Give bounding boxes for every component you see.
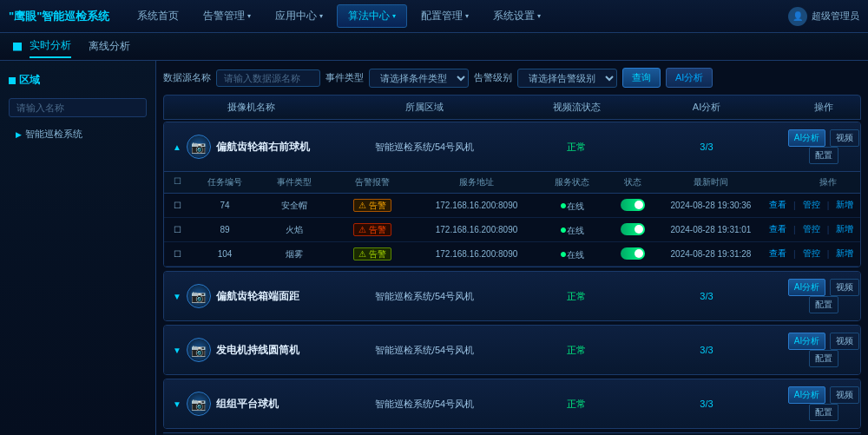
ai-analysis-button[interactable]: AI分析	[666, 68, 713, 88]
sub-event-104: 烟雾	[260, 248, 329, 260]
filter-bar: 数据源名称 事件类型 请选择条件类型 告警级别 请选择告警级别 查询 AI分析	[163, 68, 861, 88]
sub-actions-74: 查看 | 管控 | 新增 | 删除	[763, 198, 861, 213]
add-btn-104[interactable]: 新增	[833, 247, 856, 261]
sub-check-89[interactable]: ☐	[164, 225, 190, 234]
video-btn-4[interactable]: 视频	[830, 386, 859, 404]
query-button[interactable]: 查询	[622, 68, 661, 88]
top-nav: "鹰眼"智能巡检系统 系统首页 告警管理 ▾ 应用中心 ▾ 算法中心 ▾ 配置管…	[0, 0, 868, 33]
source-label: 数据源名称	[163, 71, 211, 84]
config-btn-3[interactable]: 配置	[809, 350, 838, 367]
device-score-2: 3/3	[641, 291, 772, 301]
section-icon	[9, 77, 16, 84]
device-group-3: ▼ 📷 发电机持线圆筒机 智能巡检系统/54号风机 正常 3/3 AI分析 视频…	[163, 325, 861, 375]
control-btn-104[interactable]: 管控	[800, 247, 823, 261]
nav-alert[interactable]: 告警管理 ▾	[193, 5, 261, 27]
sub-th-status: 状态	[607, 176, 659, 188]
nav-app[interactable]: 应用中心 ▾	[265, 5, 333, 27]
ai-btn-3[interactable]: AI分析	[788, 333, 825, 350]
sub-svc-104: ●在线	[537, 247, 607, 261]
config-btn-2[interactable]: 配置	[809, 296, 838, 313]
device-row-2[interactable]: ▼ 📷 偏航齿轮箱端面距 智能巡检系统/54号风机 正常 3/3 AI分析 视频…	[164, 272, 860, 320]
device-row-3[interactable]: ▼ 📷 发电机持线圆筒机 智能巡检系统/54号风机 正常 3/3 AI分析 视频…	[164, 326, 860, 374]
nav-config[interactable]: 配置管理 ▾	[411, 5, 479, 27]
sidebar-section-header: 区域	[9, 69, 147, 91]
config-btn-4[interactable]: 配置	[809, 404, 838, 421]
device-group-4: ▼ 📷 组组平台球机 智能巡检系统/54号风机 正常 3/3 AI分析 视频 配…	[163, 379, 861, 429]
sub-addr-74: 172.168.16.200:8090	[416, 201, 537, 210]
toggle-104[interactable]	[621, 247, 645, 260]
view-btn-74[interactable]: 查看	[766, 198, 789, 213]
camera-icon-1: 📷	[187, 135, 211, 159]
video-btn-1[interactable]: 视频	[830, 129, 859, 147]
sub-time-74: 2024-08-28 19:30:36	[659, 201, 763, 210]
alert-badge-104: ⚠ 告警	[353, 247, 391, 260]
sub-check-104[interactable]: ☐	[164, 249, 190, 259]
sidebar: 区域 ▶ 智能巡检系统	[0, 61, 156, 435]
device-name-4: 组组平台球机	[216, 397, 279, 412]
toggle-74[interactable]	[621, 199, 645, 211]
config-btn-1[interactable]: 配置	[809, 147, 838, 164]
device-status-4: 正常	[511, 398, 641, 411]
chevron-down-icon: ▾	[392, 12, 396, 20]
sub-toggle-104[interactable]	[607, 247, 659, 261]
view-btn-104[interactable]: 查看	[766, 247, 789, 261]
expand-icon-4: ▼	[173, 399, 181, 409]
sub-svc-74: ●在线	[537, 198, 607, 213]
sidebar-section-region: 区域	[9, 69, 147, 91]
alert-badge-74: ⚠ 告警	[353, 199, 391, 212]
device-region-4: 智能巡检系统/54号风机	[338, 398, 511, 411]
sub-nav-realtime[interactable]: 实时分析	[30, 35, 71, 58]
ai-btn-2[interactable]: AI分析	[788, 279, 825, 296]
device-status-2: 正常	[511, 290, 641, 303]
device-status-3: 正常	[511, 344, 641, 357]
ai-btn-1[interactable]: AI分析	[788, 129, 825, 147]
th-region: 所属区域	[338, 101, 511, 114]
th-camera-name: 摄像机名称	[164, 101, 338, 114]
username: 超级管理员	[812, 10, 859, 23]
video-btn-3[interactable]: 视频	[830, 333, 859, 350]
add-btn-74[interactable]: 新增	[833, 198, 856, 213]
sub-check-74[interactable]: ☐	[164, 201, 190, 210]
sub-svc-89: ●在线	[537, 222, 607, 237]
device-score-3: 3/3	[641, 345, 772, 355]
sub-taskid-104: 104	[190, 249, 260, 259]
sidebar-tree-item-system[interactable]: ▶ 智能巡检系统	[9, 124, 147, 144]
add-btn-89[interactable]: 新增	[833, 222, 856, 237]
source-input[interactable]	[216, 69, 320, 87]
sub-toggle-89[interactable]	[607, 223, 659, 237]
sub-actions-104: 查看 | 管控 | 新增 | 删除	[763, 247, 861, 261]
device-region-3: 智能巡检系统/54号风机	[338, 344, 511, 357]
sub-nav-icon	[13, 43, 22, 51]
device-actions-2: AI分析 视频 配置	[772, 279, 861, 313]
sub-alert-74: ⚠ 告警	[329, 200, 416, 212]
event-type-select[interactable]: 请选择条件类型	[369, 69, 469, 88]
nav-items: 系统首页 告警管理 ▾ 应用中心 ▾ 算法中心 ▾ 配置管理 ▾ 系统设置 ▾	[127, 4, 788, 28]
ai-btn-4[interactable]: AI分析	[788, 386, 825, 404]
device-name-cell-3: ▼ 📷 发电机持线圆筒机	[164, 338, 338, 362]
sub-nav: 实时分析 离线分析	[0, 33, 868, 61]
nav-settings[interactable]: 系统设置 ▾	[483, 5, 551, 27]
control-btn-89[interactable]: 管控	[800, 222, 823, 237]
camera-icon-3: 📷	[187, 338, 211, 362]
th-actions: 操作	[772, 101, 868, 114]
sub-toggle-74[interactable]	[607, 199, 659, 213]
device-row-1[interactable]: ▲ 📷 偏航齿轮箱右前球机 智能巡检系统/54号风机 正常 3/3 AI分析 视…	[164, 122, 860, 172]
video-btn-2[interactable]: 视频	[830, 279, 859, 296]
chevron-down-icon: ▾	[247, 12, 251, 20]
sub-table-header: ☐ 任务编号 事件类型 告警报警 服务地址 服务状态 状态 最新时间 操作	[164, 172, 860, 194]
nav-home[interactable]: 系统首页	[127, 5, 189, 27]
control-btn-74[interactable]: 管控	[800, 198, 823, 213]
toggle-89[interactable]	[621, 223, 645, 235]
alert-level-select[interactable]: 请选择告警级别	[517, 69, 617, 88]
sub-th-time: 最新时间	[659, 176, 763, 188]
region-search-input[interactable]	[9, 98, 147, 117]
sub-row-74: ☐ 74 安全帽 ⚠ 告警 172.168.16.200:8090 ●在线 20…	[164, 194, 860, 218]
view-btn-89[interactable]: 查看	[766, 222, 789, 237]
sub-addr-104: 172.168.16.200:8090	[416, 249, 537, 259]
avatar: 👤	[788, 7, 807, 26]
device-row-4[interactable]: ▼ 📷 组组平台球机 智能巡检系统/54号风机 正常 3/3 AI分析 视频 配…	[164, 379, 860, 428]
online-dot-89: ●	[560, 222, 567, 236]
sub-nav-offline[interactable]: 离线分析	[89, 36, 130, 57]
device-group-1: ▲ 📷 偏航齿轮箱右前球机 智能巡检系统/54号风机 正常 3/3 AI分析 视…	[163, 122, 861, 267]
nav-algo[interactable]: 算法中心 ▾	[337, 4, 407, 28]
